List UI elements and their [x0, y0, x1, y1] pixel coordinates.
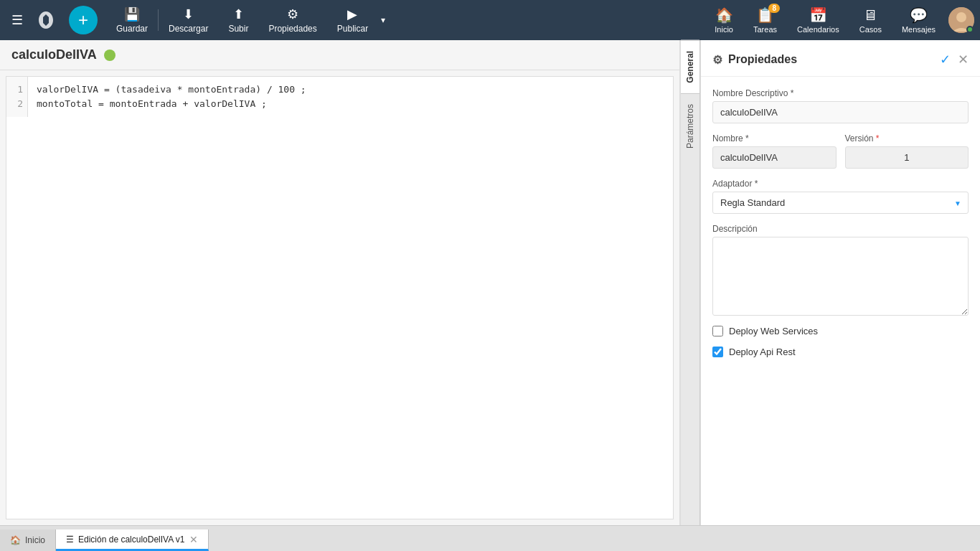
props-gear-icon: ⚙ [712, 53, 722, 67]
version-group: Versión * [845, 133, 969, 169]
props-title: ⚙ Propiedades [712, 53, 797, 67]
descripcion-textarea[interactable] [712, 237, 969, 316]
upload-icon: ⬆ [233, 6, 244, 22]
publicar-button[interactable]: ▶ Publicar [327, 2, 378, 38]
propiedades-label: Propiedades [268, 24, 316, 34]
calendarios-nav-item[interactable]: 📅 Calendarios [790, 4, 847, 37]
mensajes-nav-item[interactable]: 💬 Mensajes [895, 4, 943, 37]
home-tab-icon: 🏠 [10, 535, 21, 545]
casos-icon: 🖥 [863, 7, 877, 24]
app-logo [32, 6, 60, 34]
home-tab-label: Inicio [25, 535, 45, 545]
tareas-icon: 📋 8 [756, 6, 774, 24]
props-confirm-button[interactable]: ✓ [940, 52, 951, 67]
deploy-api-checkbox[interactable] [712, 347, 723, 357]
descargar-label: Descargar [169, 24, 208, 34]
descargar-button[interactable]: ⬇ Descargar [159, 2, 218, 38]
tareas-badge: 8 [768, 4, 780, 13]
descripcion-group: Descripción [712, 224, 969, 316]
props-content: Nombre Descriptivo * Nombre * Versión * [701, 77, 980, 369]
nombre-version-row: Nombre * Versión * [712, 133, 969, 169]
code-editor-body[interactable]: 1 2 valorDelIVA = (tasadeiva * montoEntr… [6, 76, 674, 519]
nombre-descriptivo-label: Nombre Descriptivo * [712, 88, 969, 98]
line-numbers: 1 2 [6, 77, 28, 117]
props-header: ⚙ Propiedades ✓ ✕ [701, 40, 980, 77]
nombre-descriptivo-input[interactable] [712, 101, 969, 123]
publish-icon: ▶ [347, 6, 357, 22]
deploy-web-group: Deploy Web Services [712, 326, 969, 336]
props-close-button[interactable]: ✕ [958, 52, 969, 67]
properties-panel: ⚙ Propiedades ✓ ✕ Nombre Descriptivo * N… [700, 40, 980, 525]
save-icon: 💾 [124, 6, 140, 22]
propiedades-button[interactable]: ⚙ Propiedades [258, 2, 326, 38]
adaptador-select-wrap: Regla Standard Otro Adaptador [712, 192, 969, 214]
mensajes-nav-label: Mensajes [902, 25, 936, 34]
mensajes-icon: 💬 [910, 6, 928, 24]
tareas-nav-item[interactable]: 📋 8 Tareas [746, 4, 784, 37]
edicion-tab-close[interactable]: ✕ [189, 534, 198, 545]
inicio-icon: 🏠 [715, 6, 733, 24]
calendarios-icon: 📅 [809, 6, 827, 24]
adaptador-select[interactable]: Regla Standard Otro Adaptador [712, 192, 969, 214]
properties-icon: ⚙ [287, 6, 298, 22]
nav-right: 🏠 Inicio 📋 8 Tareas 📅 Calendarios 🖥 Caso… [707, 4, 974, 37]
general-tab-label: General [685, 51, 695, 83]
subir-label: Subir [228, 24, 248, 34]
deploy-web-checkbox[interactable] [712, 326, 723, 336]
status-dot [104, 50, 116, 61]
props-header-actions: ✓ ✕ [940, 52, 969, 67]
props-title-label: Propiedades [728, 53, 797, 66]
nombre-input[interactable] [712, 146, 837, 169]
editor-header: calculoDelIVA [0, 40, 679, 70]
casos-nav-item[interactable]: 🖥 Casos [852, 4, 889, 37]
version-label: Versión * [845, 133, 969, 143]
edicion-tab-label: Edición de calculoDelIVA v1 [78, 534, 185, 545]
nav-actions: 💾 Guardar ⬇ Descargar ⬆ Subir ⚙ Propieda… [106, 2, 705, 38]
add-button[interactable]: + [69, 6, 98, 34]
code-line-1: valorDelIVA = (tasadeiva * montoEntrada)… [37, 83, 306, 97]
top-navbar: ☰ + 💾 Guardar ⬇ Descargar ⬆ Subir ⚙ Prop… [0, 0, 980, 40]
descripcion-label: Descripción [712, 224, 969, 234]
inicio-nav-item[interactable]: 🏠 Inicio [707, 4, 740, 37]
code-line-2: montoTotal = montoEntrada + valorDelIVA … [37, 97, 306, 111]
deploy-api-label: Deploy Api Rest [729, 347, 796, 357]
calendarios-nav-label: Calendarios [797, 25, 839, 34]
avatar-status [966, 26, 974, 33]
version-input[interactable] [845, 146, 969, 169]
more-actions-button[interactable]: ▾ [378, 11, 388, 29]
guardar-button[interactable]: 💾 Guardar [106, 2, 158, 38]
tareas-nav-label: Tareas [753, 25, 777, 34]
general-tab[interactable]: General [681, 40, 699, 93]
editor-container: calculoDelIVA 1 2 valorDelIVA = (tasadei… [0, 40, 680, 525]
code-lines: 1 2 valorDelIVA = (tasadeiva * montoEntr… [6, 77, 673, 117]
parametros-tab[interactable]: Parámetros [681, 93, 699, 159]
more-icon: ▾ [381, 15, 385, 25]
bottom-tab-inicio[interactable]: 🏠 Inicio [0, 529, 56, 551]
guardar-label: Guardar [116, 24, 148, 34]
inicio-nav-label: Inicio [715, 25, 733, 34]
editor-title: calculoDelIVA [11, 47, 97, 62]
nombre-label: Nombre * [712, 133, 837, 143]
svg-point-1 [956, 12, 966, 22]
adaptador-label: Adaptador * [712, 179, 969, 189]
deploy-web-label: Deploy Web Services [729, 326, 818, 336]
publicar-label: Publicar [337, 24, 368, 34]
nombre-group: Nombre * [712, 133, 837, 169]
casos-nav-label: Casos [859, 25, 882, 34]
bottom-tab-edicion[interactable]: ☰ Edición de calculoDelIVA v1 ✕ [56, 529, 209, 551]
hamburger-menu[interactable]: ☰ [6, 6, 29, 34]
side-tabs: General Parámetros [680, 40, 700, 525]
code-content: valorDelIVA = (tasadeiva * montoEntrada)… [28, 77, 315, 117]
bottom-tabs: 🏠 Inicio ☰ Edición de calculoDelIVA v1 ✕ [0, 525, 980, 551]
download-icon: ⬇ [183, 6, 194, 22]
adaptador-group: Adaptador * Regla Standard Otro Adaptado… [712, 179, 969, 214]
main-area: calculoDelIVA 1 2 valorDelIVA = (tasadei… [0, 40, 980, 525]
nombre-descriptivo-group: Nombre Descriptivo * [712, 88, 969, 123]
parametros-tab-label: Parámetros [685, 104, 695, 149]
edicion-tab-icon: ☰ [66, 534, 74, 545]
deploy-api-group: Deploy Api Rest [712, 347, 969, 357]
subir-button[interactable]: ⬆ Subir [218, 2, 258, 38]
